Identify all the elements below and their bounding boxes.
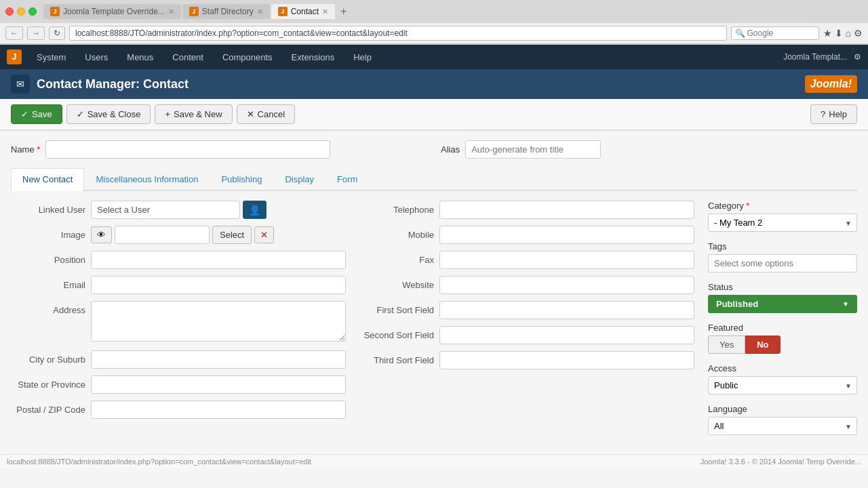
tab-favicon: J <box>278 7 288 16</box>
nav-users[interactable]: Users <box>75 47 117 68</box>
back-button[interactable]: ← <box>5 26 23 40</box>
state-input[interactable] <box>91 375 346 394</box>
category-label: Category <box>708 201 857 211</box>
name-label: Name * <box>11 144 40 155</box>
image-control: 👁 Select ✕ <box>91 226 346 244</box>
third-sort-row: Third Sort Field <box>359 351 694 369</box>
alias-input[interactable] <box>465 140 601 159</box>
browser-tab-joomla-override[interactable]: J Joomla Template Override... ✕ <box>43 4 181 19</box>
status-value: Published <box>716 299 758 309</box>
form-col-right: Telephone Mobile Fax <box>359 201 694 426</box>
contact-icon: ✉ <box>16 79 24 89</box>
mobile-input[interactable] <box>439 226 694 244</box>
browser-tab-staff-directory[interactable]: J Staff Directory ✕ <box>182 4 270 19</box>
image-clear-button[interactable]: ✕ <box>254 226 274 243</box>
access-label: Access <box>708 363 857 373</box>
nav-extensions[interactable]: Extensions <box>282 47 344 68</box>
city-label: City or Suburb <box>11 350 85 365</box>
new-tab-button[interactable]: + <box>336 4 351 19</box>
second-sort-input[interactable] <box>439 326 694 344</box>
website-input[interactable] <box>439 276 694 294</box>
nav-content[interactable]: Content <box>163 47 213 68</box>
image-preview-button[interactable]: 👁 <box>91 226 112 243</box>
linked-user-input[interactable] <box>91 201 240 219</box>
email-input[interactable] <box>91 276 346 294</box>
browser-chrome: J Joomla Template Override... ✕ J Staff … <box>0 0 868 45</box>
tab-display[interactable]: Display <box>273 168 326 190</box>
status-button[interactable]: Published ▼ <box>708 295 857 313</box>
language-label: Language <box>708 404 857 414</box>
search-engine-label: 🔍 <box>735 28 745 38</box>
window-controls <box>5 7 37 16</box>
search-input[interactable] <box>747 28 815 38</box>
category-select[interactable]: - My Team 2 <box>708 214 857 232</box>
tab-favicon: J <box>50 7 60 16</box>
postal-input[interactable] <box>91 401 346 419</box>
browser-titlebar: J Joomla Template Override... ✕ J Staff … <box>0 0 868 23</box>
image-select-button[interactable]: Select <box>212 226 252 244</box>
nav-components[interactable]: Components <box>213 47 282 68</box>
minimize-window-btn[interactable] <box>17 7 25 16</box>
download-icon[interactable]: ⬇ <box>835 28 843 39</box>
tab-misc-info[interactable]: Miscellaneous Information <box>84 168 210 190</box>
forward-button[interactable]: → <box>27 26 45 40</box>
mobile-control <box>439 226 694 244</box>
home-icon[interactable]: ⌂ <box>846 28 851 39</box>
tab-close-icon[interactable]: ✕ <box>322 7 328 16</box>
tab-new-contact[interactable]: New Contact <box>11 168 84 191</box>
bottom-bar: localhost:8888/JTO/administrator/index.p… <box>0 454 868 468</box>
admin-settings-icon[interactable]: ⚙ <box>854 52 861 62</box>
browser-tab-contact[interactable]: J Contact ✕ <box>271 4 335 19</box>
joomla-logo-big: Joomla! <box>805 75 857 93</box>
save-new-button[interactable]: + Save & New <box>155 104 232 124</box>
refresh-button[interactable]: ↻ <box>49 26 65 40</box>
tab-publishing[interactable]: Publishing <box>210 168 273 190</box>
address-textarea[interactable] <box>91 301 346 342</box>
image-input[interactable] <box>115 226 210 244</box>
browser-tabs: J Joomla Template Override... ✕ J Staff … <box>43 4 863 19</box>
tab-close-icon[interactable]: ✕ <box>257 7 263 16</box>
cancel-icon: ✕ <box>247 109 254 119</box>
language-section: Language All <box>708 404 857 435</box>
position-input[interactable] <box>91 251 346 269</box>
nav-menus[interactable]: Menus <box>117 47 163 68</box>
tags-section: Tags <box>708 241 857 272</box>
page-header: ✉ Contact Manager: Contact Joomla! <box>0 69 868 99</box>
fax-input[interactable] <box>439 251 694 269</box>
user-pick-button[interactable]: 👤 <box>243 201 267 219</box>
save-label: Save <box>32 109 52 119</box>
access-select[interactable]: Public <box>708 376 857 394</box>
toolbar-buttons: ✓ Save ✓ Save & Close + Save & New ✕ Can… <box>11 104 295 124</box>
maximize-window-btn[interactable] <box>28 7 37 16</box>
nav-help[interactable]: Help <box>344 47 381 68</box>
postal-row: Postal / ZIP Code <box>11 401 346 419</box>
city-input[interactable] <box>91 350 346 369</box>
tags-input[interactable] <box>708 254 857 272</box>
featured-no-button[interactable]: No <box>745 336 780 354</box>
browser-addressbar: ← → ↻ 🔍 ★ ⬇ ⌂ ⚙ <box>0 23 868 44</box>
first-sort-input[interactable] <box>439 301 694 319</box>
save-button[interactable]: ✓ Save <box>11 104 62 124</box>
help-icon: ? <box>821 109 825 119</box>
third-sort-input[interactable] <box>439 351 694 369</box>
language-select[interactable]: All <box>708 417 857 435</box>
position-label: Position <box>11 251 85 265</box>
name-input[interactable] <box>45 140 330 159</box>
save-close-button[interactable]: ✓ Save & Close <box>66 104 151 124</box>
nav-system[interactable]: System <box>27 47 75 68</box>
telephone-input[interactable] <box>439 201 694 219</box>
address-bar[interactable] <box>69 26 727 41</box>
bookmark-icon[interactable]: ★ <box>823 28 832 39</box>
telephone-label: Telephone <box>359 201 434 215</box>
close-window-btn[interactable] <box>5 7 14 16</box>
featured-yes-button[interactable]: Yes <box>708 336 745 354</box>
tab-close-icon[interactable]: ✕ <box>168 7 174 16</box>
tab-form[interactable]: Form <box>326 168 369 190</box>
save-close-icon: ✓ <box>77 109 84 119</box>
form-col-left: Linked User 👤 Image <box>11 201 346 426</box>
help-button[interactable]: ? Help <box>810 104 857 124</box>
access-select-wrapper: Public <box>708 376 857 394</box>
cancel-button[interactable]: ✕ Cancel <box>237 104 295 124</box>
settings-icon[interactable]: ⚙ <box>854 28 863 39</box>
tags-label: Tags <box>708 241 857 251</box>
